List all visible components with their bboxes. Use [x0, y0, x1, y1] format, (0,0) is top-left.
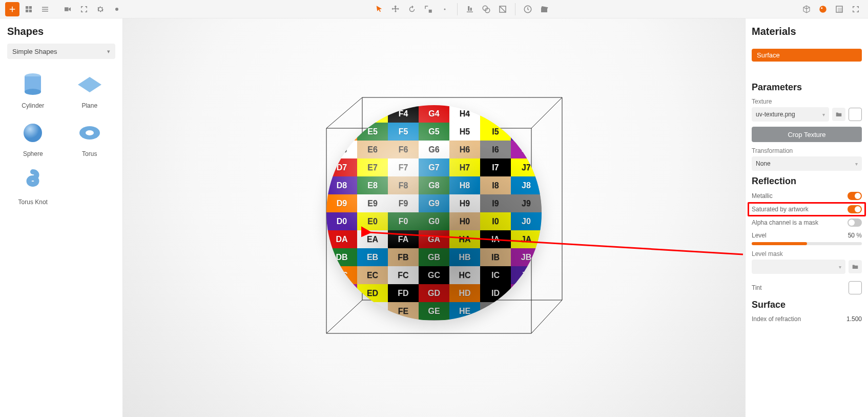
uv-cell: I8 — [480, 176, 511, 194]
uv-cell: GB — [419, 248, 449, 266]
uv-cell: FA — [388, 230, 419, 248]
uv-cell: FC — [388, 266, 419, 284]
svg-rect-8 — [838, 8, 842, 12]
svg-line-19 — [531, 97, 562, 128]
uv-cell: H6 — [449, 141, 480, 158]
svg-point-15 — [86, 130, 94, 135]
pathfinder-icon[interactable] — [479, 2, 493, 16]
uv-sphere[interactable]: D4E4F4G4H4I4J4D5E5F5G5H5I5J5D6E6F6G6H6I6… — [326, 105, 542, 321]
layout-icon[interactable] — [22, 2, 36, 16]
camera-icon[interactable] — [60, 2, 75, 16]
folder-icon-2[interactable] — [849, 260, 862, 273]
folder-icon[interactable] — [832, 108, 845, 121]
uv-cell: G8 — [419, 176, 449, 194]
svg-marker-12 — [78, 77, 101, 92]
window-icon[interactable] — [832, 2, 846, 16]
uv-cell: I6 — [480, 141, 511, 158]
scale-tool-icon[interactable] — [421, 2, 436, 16]
uv-cell: GE — [419, 302, 449, 320]
uv-cell: GD — [419, 284, 449, 302]
fill-icon[interactable] — [495, 2, 510, 16]
align-icon[interactable] — [463, 2, 477, 16]
parameters-title: Parameters — [752, 82, 862, 93]
shape-sphere[interactable]: Sphere — [7, 118, 59, 157]
brightness-icon[interactable] — [110, 2, 124, 16]
level-value: 50 — [848, 232, 855, 239]
shape-torus-knot[interactable]: Torus Knot — [7, 167, 59, 206]
metallic-label: Metallic — [752, 192, 773, 200]
rotate-tool-icon[interactable] — [405, 2, 419, 16]
torus-icon — [75, 118, 104, 147]
material-icon[interactable] — [816, 2, 830, 16]
3dbox-icon[interactable] — [799, 2, 814, 16]
uv-cell: E0 — [357, 212, 388, 230]
uv-cell: G7 — [419, 158, 449, 176]
menu-icon[interactable] — [38, 2, 52, 16]
uv-cell: H9 — [449, 194, 480, 212]
texture-color-swatch[interactable] — [849, 108, 862, 121]
level-mask-select[interactable] — [752, 260, 845, 274]
uv-cell: IB — [480, 248, 511, 266]
uv-cell: GA — [419, 230, 449, 248]
materials-panel: Materials Surface Parameters Texture uv-… — [745, 18, 868, 417]
uv-cell: I0 — [480, 212, 511, 230]
uv-cell: F6 — [388, 141, 419, 158]
uv-cell: H8 — [449, 176, 480, 194]
pivot-tool-icon[interactable] — [438, 2, 452, 16]
settings-icon[interactable] — [93, 2, 108, 16]
move-tool-icon[interactable] — [388, 2, 403, 16]
svg-point-13 — [24, 124, 42, 142]
uv-cell: E6 — [357, 141, 388, 158]
time-icon[interactable] — [521, 2, 535, 16]
uv-cell: G5 — [419, 123, 449, 141]
tint-color-swatch[interactable] — [849, 281, 862, 294]
uv-cell: G9 — [419, 194, 449, 212]
viewport-3d[interactable]: D4E4F4G4H4I4J4D5E5F5G5H5I5J5D6E6F6G6H6I6… — [123, 18, 745, 417]
shape-plane[interactable]: Plane — [64, 70, 116, 109]
cylinder-icon — [18, 70, 47, 99]
uv-cell: F5 — [388, 123, 419, 141]
saturated-toggle[interactable] — [848, 205, 862, 213]
uv-cell: HC — [449, 266, 480, 284]
uv-cell: E8 — [357, 176, 388, 194]
uv-cell: D0 — [326, 212, 357, 230]
svg-point-1 — [444, 8, 446, 10]
svg-line-18 — [326, 97, 362, 128]
alpha-mask-toggle[interactable] — [848, 219, 862, 227]
metallic-toggle[interactable] — [848, 192, 862, 200]
clapperboard-icon[interactable] — [537, 2, 551, 16]
uv-cell: EB — [357, 248, 388, 266]
uv-cell: E7 — [357, 158, 388, 176]
svg-line-21 — [326, 300, 362, 333]
uv-cell: I9 — [480, 194, 511, 212]
add-icon[interactable] — [5, 2, 19, 16]
sphere-icon — [18, 118, 47, 147]
texture-select[interactable]: uv-texture.png — [752, 107, 829, 122]
uv-cell: HA — [449, 230, 480, 248]
svg-point-6 — [821, 7, 822, 9]
uv-cell: FD — [388, 284, 419, 302]
plane-icon — [75, 70, 104, 99]
uv-cell: F8 — [388, 176, 419, 194]
level-slider[interactable] — [752, 242, 862, 245]
uv-cell: IC — [480, 266, 511, 284]
fullscreen-icon[interactable] — [849, 2, 863, 16]
focus-icon[interactable] — [77, 2, 91, 16]
select-tool-icon[interactable] — [372, 2, 386, 16]
uv-cell: G6 — [419, 141, 449, 158]
surface-tab[interactable]: Surface — [752, 49, 862, 62]
shape-cylinder[interactable]: Cylinder — [7, 70, 59, 109]
uv-cell: F9 — [388, 194, 419, 212]
uv-cell: I7 — [480, 158, 511, 176]
uv-cell: HD — [449, 284, 480, 302]
crop-texture-button[interactable]: Crop Texture — [752, 127, 862, 142]
shape-torus[interactable]: Torus — [64, 118, 116, 157]
svg-line-20 — [531, 300, 562, 333]
tint-label: Tint — [752, 284, 762, 291]
shape-category-select[interactable]: Simple Shapes — [7, 44, 115, 59]
shapes-title: Shapes — [7, 26, 115, 37]
uv-cell: D9 — [326, 194, 357, 212]
uv-cell: F7 — [388, 158, 419, 176]
transformation-select[interactable]: None — [752, 156, 862, 171]
uv-cell: E9 — [357, 194, 388, 212]
